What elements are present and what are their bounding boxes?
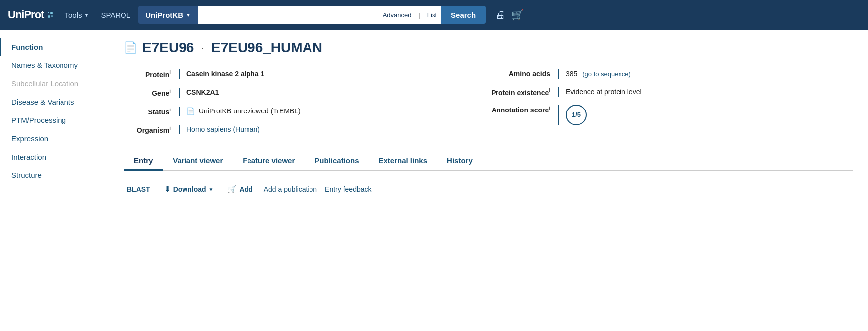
sidebar-item-disease[interactable]: Disease & Variants bbox=[0, 93, 109, 111]
basket-icon[interactable]: 🛒 bbox=[511, 9, 524, 21]
sidebar: Function Names & Taxonomy Subcellular Lo… bbox=[0, 30, 109, 331]
tab-feature-viewer[interactable]: Feature viewer bbox=[233, 151, 305, 171]
gene-label: Genei bbox=[124, 88, 179, 98]
entry-separator: · bbox=[201, 41, 204, 55]
sidebar-item-function[interactable]: Function bbox=[0, 38, 109, 56]
amino-acids-label: Amino acids bbox=[489, 69, 558, 79]
entry-file-icon: 📄 bbox=[124, 41, 137, 54]
add-button[interactable]: 🛒 Add bbox=[224, 183, 255, 196]
header: UniProt Tools ▼ SPARQL UniProtKB ▼ Advan… bbox=[0, 0, 868, 30]
sidebar-item-names-taxonomy[interactable]: Names & Taxonomy bbox=[0, 56, 109, 74]
entry-header: 📄 E7EU96 · E7EU96_HUMAN bbox=[124, 40, 853, 55]
go-to-sequence-link[interactable]: (go to sequence) bbox=[582, 70, 631, 78]
entry-info-grid: Proteini Casein kinase 2 alpha 1 Genei C… bbox=[124, 65, 853, 139]
main-layout: Function Names & Taxonomy Subcellular Lo… bbox=[0, 30, 868, 331]
logo[interactable]: UniProt bbox=[8, 8, 53, 21]
download-dropdown-arrow: ▼ bbox=[209, 187, 214, 192]
tools-dropdown-arrow: ▼ bbox=[84, 12, 89, 18]
protein-label: Proteini bbox=[124, 69, 179, 80]
amino-acids-value: 385 (go to sequence) bbox=[558, 69, 853, 79]
search-button[interactable]: Search bbox=[441, 6, 486, 24]
advanced-link[interactable]: Advanced bbox=[379, 6, 416, 24]
logo-text: UniProt bbox=[8, 8, 44, 21]
search-container: UniProtKB ▼ Advanced | List Search bbox=[138, 6, 486, 24]
entry-accession: E7EU96 bbox=[142, 40, 194, 55]
sidebar-item-structure[interactable]: Structure bbox=[0, 166, 109, 184]
sidebar-item-expression[interactable]: Expression bbox=[0, 129, 109, 148]
status-label: Statusi bbox=[124, 107, 179, 117]
info-left: Proteini Casein kinase 2 alpha 1 Genei C… bbox=[124, 65, 489, 139]
protein-row: Proteini Casein kinase 2 alpha 1 bbox=[124, 65, 489, 84]
add-basket-icon: 🛒 bbox=[227, 185, 237, 194]
tabs-bar: Entry Variant viewer Feature viewer Publ… bbox=[124, 151, 853, 171]
header-icons: 🖨 🛒 bbox=[496, 9, 524, 21]
action-bar: BLAST ⬇ Download ▼ 🛒 Add Add a publicati… bbox=[124, 179, 853, 200]
amino-acids-row: Amino acids 385 (go to sequence) bbox=[489, 65, 853, 83]
sidebar-item-subcellular[interactable]: Subcellular Location bbox=[0, 74, 109, 93]
sidebar-item-interaction[interactable]: Interaction bbox=[0, 148, 109, 166]
main-content: 📄 E7EU96 · E7EU96_HUMAN Proteini Casein … bbox=[109, 30, 868, 331]
list-link[interactable]: List bbox=[423, 6, 441, 24]
protein-value: Casein kinase 2 alpha 1 bbox=[179, 69, 489, 79]
organism-value[interactable]: Homo sapiens (Human) bbox=[179, 125, 489, 135]
download-icon: ⬇ bbox=[164, 185, 171, 194]
sparql-link[interactable]: SPARQL bbox=[97, 9, 134, 21]
annotation-score-value: 1/5 bbox=[558, 105, 853, 125]
status-file-icon: 📄 bbox=[186, 107, 195, 115]
protein-existence-row: Protein existencei Evidence at protein l… bbox=[489, 83, 853, 101]
organism-label: Organismi bbox=[124, 125, 179, 135]
tab-external-links[interactable]: External links bbox=[369, 151, 437, 171]
db-selector[interactable]: UniProtKB ▼ bbox=[138, 6, 198, 24]
protein-existence-value: Evidence at protein level bbox=[558, 87, 853, 97]
blast-button[interactable]: BLAST bbox=[124, 183, 153, 195]
sidebar-item-ptm[interactable]: PTM/Processing bbox=[0, 111, 109, 129]
download-button[interactable]: ⬇ Download ▼ bbox=[161, 183, 217, 196]
add-publication-link[interactable]: Add a publication bbox=[264, 185, 317, 193]
gene-value: CSNK2A1 bbox=[179, 88, 489, 98]
search-input[interactable] bbox=[198, 6, 373, 24]
divider-bar: | bbox=[415, 6, 423, 24]
entry-name: E7EU96_HUMAN bbox=[211, 40, 322, 55]
organism-row: Organismi Homo sapiens (Human) bbox=[124, 121, 489, 139]
tab-publications[interactable]: Publications bbox=[305, 151, 369, 171]
annotation-score-row: Annotation scorei 1/5 bbox=[489, 101, 853, 129]
status-value: 📄 UniProtKB unreviewed (TrEMBL) bbox=[179, 107, 489, 116]
tools-menu[interactable]: Tools ▼ bbox=[61, 9, 93, 21]
info-right: Amino acids 385 (go to sequence) Protein… bbox=[489, 65, 853, 139]
status-row: Statusi 📄 UniProtKB unreviewed (TrEMBL) bbox=[124, 103, 489, 121]
tab-history[interactable]: History bbox=[437, 151, 483, 171]
gene-row: Genei CSNK2A1 bbox=[124, 84, 489, 102]
db-selector-arrow: ▼ bbox=[186, 12, 191, 18]
logo-dots bbox=[48, 12, 53, 18]
tab-entry[interactable]: Entry bbox=[124, 151, 163, 171]
score-circle: 1/5 bbox=[566, 105, 587, 125]
protein-existence-label: Protein existencei bbox=[489, 87, 558, 97]
printer-icon[interactable]: 🖨 bbox=[496, 9, 505, 21]
search-divider bbox=[373, 6, 379, 24]
entry-feedback-link[interactable]: Entry feedback bbox=[325, 185, 371, 193]
tab-variant-viewer[interactable]: Variant viewer bbox=[163, 151, 233, 171]
annotation-score-label: Annotation scorei bbox=[489, 105, 558, 114]
